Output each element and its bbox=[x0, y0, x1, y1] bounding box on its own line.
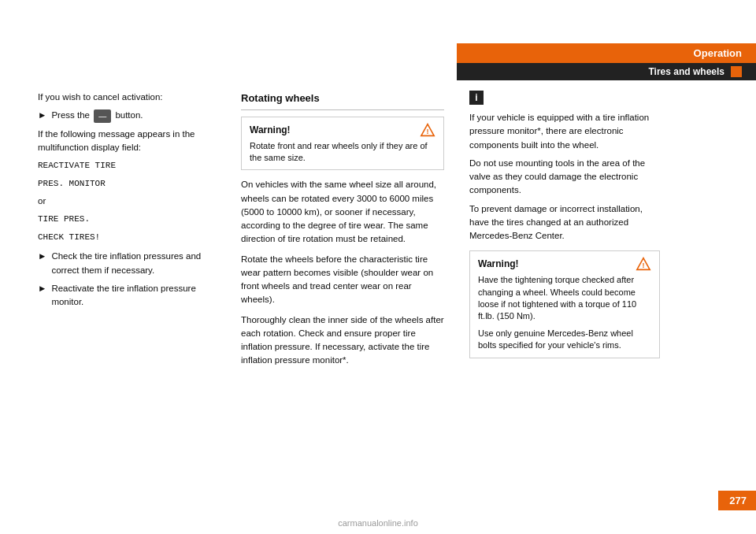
info-icon-box: i bbox=[469, 91, 484, 105]
section-label: Tires and wheels bbox=[649, 66, 725, 77]
right-para2: Do not use mounting tools in the area of… bbox=[469, 157, 660, 198]
watermark: carmanualonline.info bbox=[338, 518, 418, 528]
bullet-arrow-3: ► bbox=[38, 282, 46, 310]
right-warning-text1: Have the tightening torque checked after… bbox=[478, 274, 651, 323]
bullet-arrow-1: ► bbox=[38, 109, 46, 122]
middle-warning-header: Warning! ! bbox=[250, 123, 435, 137]
middle-warning-text: Rotate front and rear wheels only if the… bbox=[250, 140, 435, 165]
or-text: or bbox=[38, 195, 209, 208]
dash-button: — bbox=[94, 109, 111, 123]
middle-column: Rotating wheels Warning! ! Rotate front … bbox=[228, 91, 457, 487]
bullet-item-2: ► Check the tire inflation pressures and… bbox=[38, 250, 209, 277]
info-icon: i bbox=[475, 91, 477, 105]
bullet1-text: Press the — button. bbox=[51, 109, 143, 122]
page-number: 277 bbox=[718, 491, 756, 510]
bullet-item-3: ► Reactivate the tire inflation pressure… bbox=[38, 282, 209, 310]
right-warning-label: Warning! bbox=[478, 257, 519, 271]
bullet2-text: Check the tire inflation pressures and c… bbox=[51, 250, 209, 277]
header-bar: Operation Tires and wheels bbox=[457, 43, 756, 80]
middle-warning-box: Warning! ! Rotate front and rear wheels … bbox=[241, 117, 444, 171]
right-warning-text2: Use only genuine Mercedes-Benz wheel bol… bbox=[478, 328, 651, 352]
right-warning-header: Warning! ! bbox=[478, 257, 651, 271]
left-intro: If you wish to cancel activation: bbox=[38, 91, 209, 104]
section-square-icon bbox=[731, 66, 742, 77]
middle-warning-label: Warning! bbox=[250, 123, 291, 137]
bullet-item-1: ► Press the — button. bbox=[38, 109, 209, 122]
svg-text:!: ! bbox=[643, 261, 645, 269]
operation-label: Operation bbox=[694, 47, 742, 59]
right-para1: If your vehicle is equipped with a tire … bbox=[469, 111, 660, 152]
right-para3: To prevent damage or incorrect installat… bbox=[469, 202, 660, 243]
right-warning-box: Warning! ! Have the tightening torque ch… bbox=[469, 250, 660, 358]
warning-triangle-icon: ! bbox=[420, 123, 435, 137]
middle-para2: Rotate the wheels before the characteris… bbox=[241, 253, 444, 307]
content-area: If you wish to cancel activation: ► Pres… bbox=[0, 91, 756, 487]
code4: CHECK TIRES! bbox=[38, 231, 209, 244]
bullet3-text: Reactivate the tire inflation pressure m… bbox=[51, 282, 209, 310]
right-column: i If your vehicle is equipped with a tir… bbox=[457, 91, 685, 487]
rotating-wheels-heading: Rotating wheels bbox=[241, 91, 444, 106]
divider bbox=[241, 109, 444, 110]
right-warning-triangle-icon: ! bbox=[636, 257, 651, 271]
code3: TIRE PRES. bbox=[38, 213, 209, 226]
middle-para1: On vehicles with the same wheel size all… bbox=[241, 178, 444, 246]
bullet-arrow-2: ► bbox=[38, 250, 46, 277]
middle-para3: Thoroughly clean the inner side of the w… bbox=[241, 313, 444, 368]
page: Operation Tires and wheels If you wish t… bbox=[0, 0, 756, 534]
operation-tab: Operation bbox=[457, 43, 756, 63]
section-title-bar: Tires and wheels bbox=[457, 63, 756, 80]
code1: REACTIVATE TIRE bbox=[38, 159, 209, 172]
left-para2: If the following message appears in the … bbox=[38, 128, 209, 155]
left-column: If you wish to cancel activation: ► Pres… bbox=[0, 91, 228, 487]
code2: PRES. MONITOR bbox=[38, 177, 209, 191]
svg-text:!: ! bbox=[427, 127, 429, 135]
